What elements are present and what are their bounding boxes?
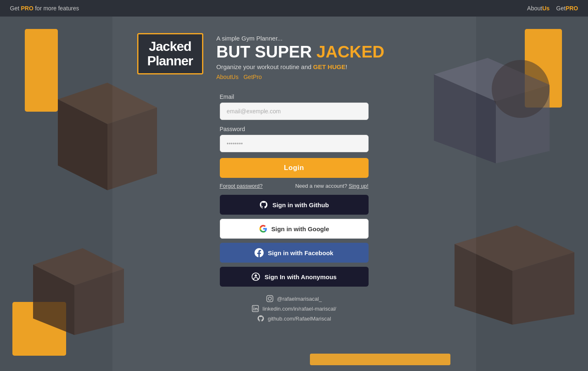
brand-row: Jacked Planner A simple Gym Planner... B…	[137, 33, 451, 80]
tagline-links: AboutUs GetPro	[217, 74, 385, 80]
linkedin-icon	[252, 305, 259, 312]
need-account-text: Need a new account? Sing up!	[295, 183, 368, 189]
tagline-area: A simple Gym Planner... BUT SUPER JACKED…	[217, 33, 385, 80]
getpro-link[interactable]: GetPro	[243, 74, 262, 80]
svg-marker-5	[58, 99, 107, 190]
tagline-desc: Organize your workout routine and GET HU…	[217, 63, 385, 70]
svg-rect-23	[254, 308, 255, 311]
svg-point-24	[254, 306, 255, 307]
footer-links: @rafaelmarisacal_ linkedin.com/in/rafael…	[220, 295, 369, 322]
nav-links: AboutUs GetPRO	[527, 5, 578, 12]
github-footer-icon	[257, 315, 264, 322]
center-content: Jacked Planner A simple Gym Planner... B…	[112, 17, 476, 339]
form-area: Email Password Login Forgot password? Ne…	[220, 93, 369, 322]
anonymous-icon	[251, 272, 260, 281]
forgot-password-link[interactable]: Forgot password?	[220, 183, 263, 189]
svg-marker-15	[512, 252, 574, 325]
svg-rect-0	[25, 29, 58, 112]
linkedin-link[interactable]: linkedin.com/in/rafael-mariscal/	[252, 305, 336, 312]
promo-prefix: Get	[10, 5, 21, 12]
nav-about[interactable]: AboutUs	[527, 5, 550, 12]
tagline-sub: A simple Gym Planner...	[217, 35, 385, 42]
svg-rect-2	[525, 29, 562, 108]
github-icon	[259, 200, 268, 209]
svg-marker-7	[33, 248, 124, 285]
google-signin-button[interactable]: Sign in with Google	[220, 219, 369, 239]
facebook-signin-button[interactable]: Sign in with Facebook	[220, 243, 369, 263]
topbar: Get PRO for more features AboutUs GetPRO	[0, 0, 588, 17]
promo-pro: PRO	[21, 5, 33, 12]
about-link[interactable]: AboutUs	[217, 74, 239, 80]
google-icon	[259, 225, 267, 233]
github-signin-button[interactable]: Sign in with Github	[220, 195, 369, 215]
form-links: Forgot password? Need a new account? Sin…	[220, 183, 369, 189]
login-button[interactable]: Login	[220, 158, 369, 178]
svg-marker-8	[33, 265, 74, 335]
logo-box: Jacked Planner	[137, 33, 203, 74]
sign-up-link[interactable]: Sing up!	[349, 183, 369, 189]
password-label: Password	[220, 126, 369, 132]
svg-rect-19	[267, 296, 273, 302]
svg-point-18	[255, 275, 257, 277]
promo-suffix: for more features	[33, 5, 79, 12]
svg-point-21	[271, 297, 272, 297]
svg-marker-12	[496, 85, 550, 163]
password-input[interactable]	[220, 135, 369, 152]
facebook-icon	[255, 248, 264, 257]
nav-getpro[interactable]: GetPRO	[556, 5, 578, 12]
email-input[interactable]	[220, 103, 369, 120]
email-label: Email	[220, 93, 369, 100]
svg-point-20	[268, 297, 271, 300]
promo-text: Get PRO for more features	[10, 5, 79, 12]
svg-point-16	[492, 60, 550, 118]
tagline-main: BUT SUPER JACKED	[217, 43, 385, 60]
anonymous-signin-button[interactable]: Sign In with Anonymous	[220, 267, 369, 287]
main-area: Jacked Planner A simple Gym Planner... B…	[0, 17, 588, 371]
instagram-icon	[266, 295, 274, 302]
github-link[interactable]: github.com/RafaelMariscal	[257, 315, 331, 322]
instagram-link[interactable]: @rafaelmarisacal_	[266, 295, 322, 302]
svg-rect-1	[12, 302, 66, 356]
logo-text: Jacked Planner	[145, 39, 195, 68]
